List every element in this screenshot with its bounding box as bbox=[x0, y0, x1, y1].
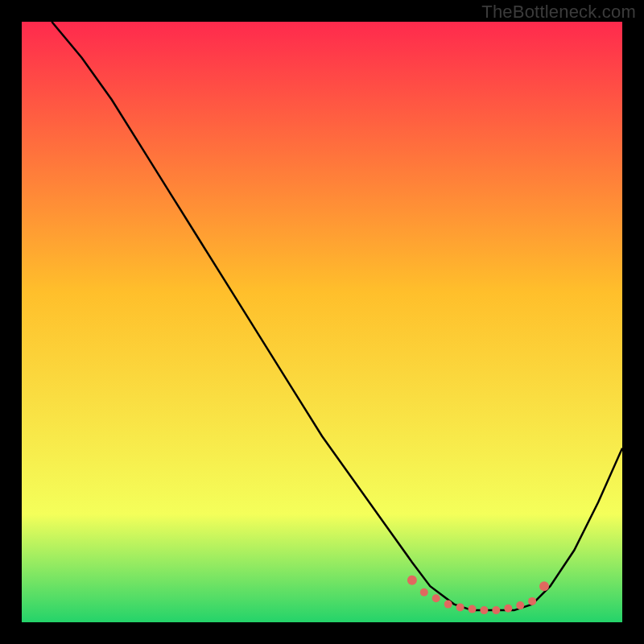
plot-area bbox=[22, 22, 622, 622]
marker-dot bbox=[516, 601, 524, 609]
gradient-background bbox=[22, 22, 622, 622]
marker-dot bbox=[528, 597, 536, 605]
marker-dot bbox=[480, 606, 488, 614]
marker-dot bbox=[420, 588, 428, 597]
marker-dot bbox=[492, 606, 500, 614]
marker-dot bbox=[456, 603, 464, 611]
watermark-text: TheBottleneck.com bbox=[481, 2, 636, 23]
marker-dot bbox=[504, 605, 512, 613]
marker-dot bbox=[432, 594, 440, 602]
marker-dot bbox=[407, 576, 417, 585]
marker-dot bbox=[469, 605, 477, 613]
marker-dot bbox=[539, 581, 549, 591]
marker-dot bbox=[444, 601, 452, 609]
chart-svg bbox=[22, 22, 622, 622]
chart-frame: TheBottleneck.com bbox=[0, 0, 644, 644]
